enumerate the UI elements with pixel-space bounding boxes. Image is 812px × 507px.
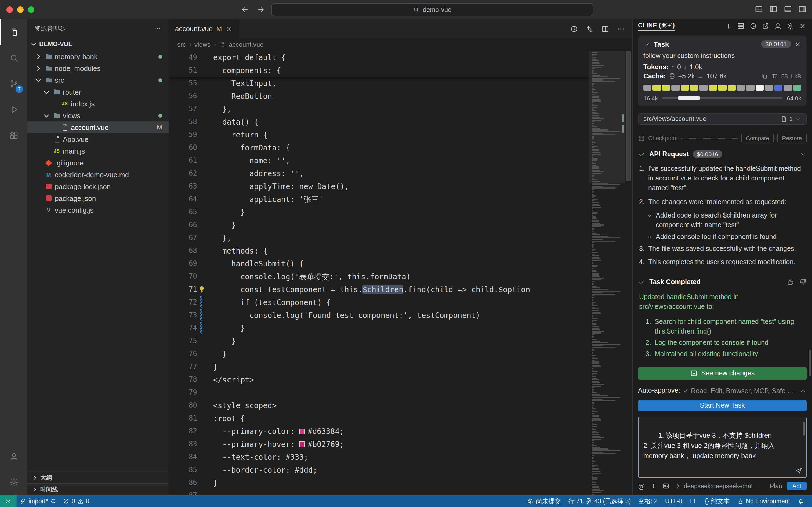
layout-grid-icon[interactable]: [755, 5, 763, 13]
zoom-window-button[interactable]: [28, 6, 35, 13]
line-number[interactable]: 56: [169, 90, 197, 103]
line-number[interactable]: 76: [169, 347, 197, 360]
model-selector[interactable]: deepseek:deepseek-chat: [675, 483, 753, 489]
see-new-changes-button[interactable]: See new changes: [638, 368, 807, 380]
line-number[interactable]: 67: [169, 231, 197, 244]
code-line-71[interactable]: 71 const testComponent = this.$children.…: [169, 283, 589, 296]
history-icon[interactable]: [570, 24, 578, 33]
line-number[interactable]: 70: [169, 270, 197, 283]
line-number[interactable]: 71: [169, 283, 197, 296]
chevron-right-icon[interactable]: [35, 64, 43, 72]
tree-item-views[interactable]: views: [27, 110, 169, 121]
code-line-49[interactable]: 49export default {: [169, 51, 589, 64]
code-line-79[interactable]: 79: [169, 386, 589, 399]
account-icon[interactable]: [774, 22, 782, 30]
split-editor-icon[interactable]: [601, 24, 610, 33]
code-line-76[interactable]: 76 }: [169, 347, 589, 360]
line-number[interactable]: 72: [169, 296, 197, 309]
eol-item[interactable]: LF: [686, 495, 701, 507]
line-number[interactable]: 58: [169, 115, 197, 128]
tree-item-index.js[interactable]: JSindex.js: [27, 98, 169, 110]
lightbulb-icon[interactable]: [197, 285, 206, 293]
code-line-68[interactable]: 68 methods: {: [169, 244, 589, 257]
breadcrumb-file[interactable]: account.vue: [229, 41, 264, 48]
line-number[interactable]: 77: [169, 360, 197, 373]
line-number[interactable]: 79: [169, 386, 197, 399]
activity-extensions[interactable]: [0, 122, 27, 148]
sync-icon[interactable]: [50, 498, 57, 504]
chevron-down-icon[interactable]: [35, 76, 43, 84]
line-number[interactable]: 61: [169, 154, 197, 167]
tree-item-account.vue[interactable]: account.vueM: [27, 121, 169, 133]
editor-scrollbar[interactable]: [625, 51, 632, 495]
minimap[interactable]: [589, 51, 625, 495]
minimize-window-button[interactable]: [17, 6, 23, 13]
code-line-60[interactable]: 60 formData: {: [169, 141, 589, 154]
breadcrumb-views[interactable]: views: [194, 41, 211, 48]
chat-input[interactable]: 1. 该项目基于vue 3，不支持 $children 2. 关注vue 3 和…: [638, 416, 807, 478]
line-number[interactable]: 59: [169, 128, 197, 141]
line-number[interactable]: 60: [169, 141, 197, 154]
code-line-87[interactable]: 87: [169, 489, 589, 495]
code-line-59[interactable]: 59 return {: [169, 128, 589, 141]
chevron-down-icon[interactable]: [643, 41, 650, 48]
code-line-67[interactable]: 67 },: [169, 231, 589, 244]
environment-item[interactable]: No Environment: [733, 495, 794, 507]
color-swatch[interactable]: [299, 442, 305, 447]
code-line-64[interactable]: 64 applicant: '张三': [169, 193, 589, 206]
line-number[interactable]: 55: [169, 77, 197, 90]
code-line-51[interactable]: 51 components: {: [169, 64, 589, 77]
line-number[interactable]: 83: [169, 438, 197, 451]
code-line-82[interactable]: 82 --primary-color: #d63384;: [169, 425, 589, 438]
code-line-74[interactable]: 74 }: [169, 322, 589, 335]
code-line-80[interactable]: 80<style scoped>: [169, 399, 589, 412]
language-mode-item[interactable]: {} 纯文本: [701, 495, 733, 507]
chevron-down-icon[interactable]: [800, 151, 807, 158]
compare-button[interactable]: Compare: [741, 134, 774, 142]
breadcrumb-src[interactable]: src: [177, 41, 186, 48]
tree-item-src[interactable]: src: [27, 74, 169, 86]
code-line-70[interactable]: 70 console.log('表单提交:', this.formData): [169, 270, 589, 283]
close-tab-icon[interactable]: [226, 25, 233, 33]
problems-item[interactable]: 0 0: [60, 495, 93, 507]
line-number[interactable]: 49: [169, 51, 197, 64]
indent-item[interactable]: 空格: 2: [635, 495, 661, 507]
tree-item-memory-bank[interactable]: memory-bank: [27, 51, 169, 62]
line-number[interactable]: 87: [169, 489, 197, 495]
diff-icon[interactable]: [585, 24, 594, 33]
code-line-73[interactable]: 73 console.log('Found test component:', …: [169, 309, 589, 322]
code-line-69[interactable]: 69 handleSubmit() {: [169, 257, 589, 270]
activity-settings[interactable]: [0, 469, 27, 495]
history-icon[interactable]: [749, 22, 757, 30]
layout-right-icon[interactable]: [798, 5, 807, 13]
breadcrumb[interactable]: src › views › account.vue: [169, 38, 632, 51]
line-number[interactable]: 84: [169, 451, 197, 463]
send-icon[interactable]: [795, 467, 803, 475]
activity-account[interactable]: [0, 444, 27, 469]
activity-search[interactable]: [0, 45, 27, 71]
code-line-62[interactable]: 62 address: '',: [169, 167, 589, 180]
color-swatch[interactable]: [299, 429, 305, 435]
code-line-83[interactable]: 83 --primary-hover: #b02769;: [169, 438, 589, 451]
thumbs-up-icon[interactable]: [787, 278, 794, 286]
remote-indicator[interactable]: [0, 495, 17, 507]
plan-toggle[interactable]: Plan: [770, 483, 782, 489]
activity-source-control[interactable]: 7: [0, 71, 27, 97]
more-actions-icon[interactable]: [154, 25, 161, 32]
commit-status-item[interactable]: 尚未提交: [524, 495, 565, 507]
activity-explorer[interactable]: [0, 19, 27, 45]
code-line-77[interactable]: 77}: [169, 360, 589, 373]
line-number[interactable]: 74: [169, 322, 197, 335]
outline-section[interactable]: 大纲: [27, 471, 169, 484]
code-line-85[interactable]: 85 --border-color: #ddd;: [169, 463, 589, 476]
chevron-right-icon[interactable]: [35, 52, 43, 60]
line-number[interactable]: 66: [169, 219, 197, 231]
code-line-66[interactable]: 66 }: [169, 219, 589, 231]
copy-icon[interactable]: [761, 72, 768, 79]
tree-item-.gitignore[interactable]: .gitignore: [27, 157, 169, 169]
line-number[interactable]: 62: [169, 167, 197, 180]
code-line-72[interactable]: 72 if (testComponent) {: [169, 296, 589, 309]
tree-item-vue.config.js[interactable]: Vvue.config.js: [27, 204, 169, 216]
thumbs-down-icon[interactable]: [799, 278, 807, 286]
code-line-81[interactable]: 81:root {: [169, 412, 589, 425]
